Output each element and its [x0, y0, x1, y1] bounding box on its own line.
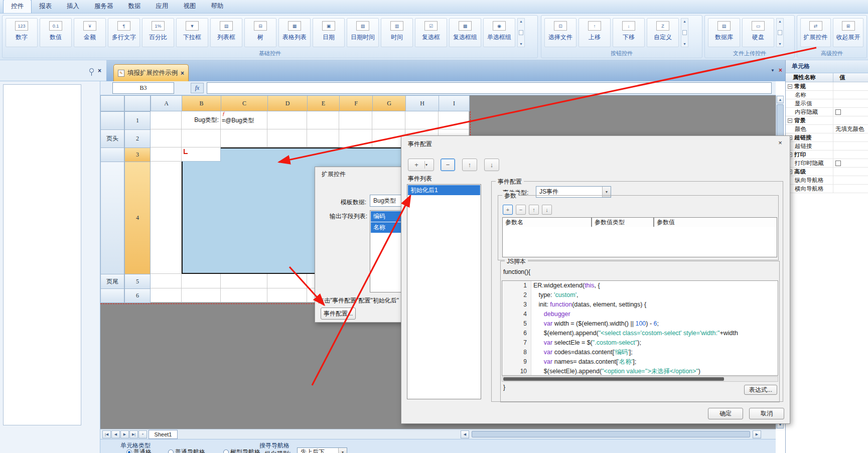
- property-row-背景[interactable]: −背景: [786, 116, 868, 125]
- vertical-rule-select[interactable]: 先上后下 ▼: [297, 447, 347, 453]
- param-table-body[interactable]: [502, 227, 777, 257]
- scroll-thumb[interactable]: [519, 30, 523, 35]
- close-icon[interactable]: ×: [776, 139, 785, 147]
- cell-type-option-树型导航格[interactable]: 树型导航格: [223, 448, 260, 453]
- property-row-颜色[interactable]: 颜色无填充颜色: [786, 125, 868, 133]
- cell-B6[interactable]: [182, 288, 221, 303]
- code-line[interactable]: 8 var codes=datas.content['编码'];: [502, 348, 778, 357]
- cell-G1[interactable]: [372, 111, 405, 129]
- ok-button[interactable]: 确定: [708, 408, 743, 419]
- code-line[interactable]: 5 var width = ($(element).width() || 100…: [502, 319, 778, 329]
- cell-D2[interactable]: [267, 129, 307, 147]
- row-header-6[interactable]: 6: [124, 288, 151, 303]
- cell-A1[interactable]: [151, 111, 182, 129]
- tab-strip-close-icon[interactable]: ×: [779, 67, 782, 73]
- property-row-超链接[interactable]: 超链接: [786, 142, 868, 150]
- column-header-G[interactable]: G: [372, 95, 406, 111]
- cell-D5[interactable]: [267, 274, 307, 288]
- move-event-up-button[interactable]: ↑: [462, 159, 477, 171]
- code-scroll-thumb[interactable]: [503, 377, 724, 381]
- scroll-up-icon[interactable]: ▲: [519, 20, 523, 23]
- cancel-button[interactable]: 取消: [749, 408, 784, 419]
- property-row-内容隐藏[interactable]: 内容隐藏: [786, 108, 868, 116]
- cell-D6[interactable]: [267, 288, 307, 303]
- cell-B2[interactable]: [182, 129, 221, 147]
- ribbon-button-自定义[interactable]: Z自定义: [647, 18, 679, 47]
- cell-C5[interactable]: [221, 274, 267, 288]
- code-horizontal-scrollbar[interactable]: [502, 376, 778, 382]
- code-line[interactable]: 6 $(element).append("<select class='cost…: [502, 329, 778, 338]
- event-config-button[interactable]: 事件配置...: [321, 308, 356, 320]
- menu-tab-帮助[interactable]: 帮助: [204, 0, 231, 13]
- scroll-up-icon[interactable]: ▲: [683, 20, 686, 23]
- formula-input[interactable]: [207, 82, 772, 94]
- property-value[interactable]: 无填充颜色: [833, 125, 868, 133]
- remove-event-button[interactable]: −: [441, 159, 455, 171]
- property-row-高级[interactable]: −高级: [786, 168, 868, 176]
- scroll-down-icon[interactable]: ▼: [778, 42, 782, 46]
- ribbon-button-日期时间[interactable]: ▧日期时间: [347, 18, 379, 47]
- cell-I1[interactable]: [439, 111, 469, 129]
- column-header-E[interactable]: E: [307, 95, 340, 111]
- ribbon-button-收起展开[interactable]: ⊞收起展开: [833, 18, 863, 47]
- js-code-editor[interactable]: 1ER.widget.extend(this, {2 type: 'custom…: [502, 280, 778, 376]
- scroll-up-icon[interactable]: ▲: [778, 20, 782, 23]
- property-value[interactable]: [833, 109, 868, 115]
- fx-formula-icon[interactable]: fx: [191, 83, 204, 93]
- row-header-1[interactable]: 1: [124, 111, 151, 130]
- menu-tab-报表[interactable]: 报表: [32, 0, 59, 13]
- left-panel-close-icon[interactable]: ×: [98, 68, 101, 74]
- group-collapse-icon[interactable]: −: [788, 84, 792, 89]
- cell-A2[interactable]: [151, 129, 182, 147]
- ribbon-button-上移[interactable]: ↑上移: [578, 18, 611, 47]
- scroll-down-icon[interactable]: ▼: [519, 42, 523, 46]
- menu-tab-控件[interactable]: 控件: [3, 0, 32, 13]
- radio-unselected-icon[interactable]: [223, 449, 229, 453]
- code-line[interactable]: 10 $(selectEle).append("<option value=''…: [502, 367, 778, 376]
- ribbon-button-时间[interactable]: ▥时间: [381, 18, 413, 47]
- cell-D1[interactable]: [267, 111, 307, 129]
- radio-selected-icon[interactable]: [126, 449, 132, 453]
- ribbon-button-复选框[interactable]: ☑复选框: [415, 18, 447, 47]
- ribbon-button-树[interactable]: ⊟树: [244, 18, 276, 47]
- move-param-down-button[interactable]: ↓: [542, 205, 552, 215]
- property-row-名称[interactable]: 名称: [786, 91, 868, 99]
- code-line[interactable]: 3 init: function(datas, element, setting…: [502, 300, 778, 310]
- property-row-打印[interactable]: −打印: [786, 150, 868, 159]
- column-header-A[interactable]: A: [151, 95, 182, 111]
- remove-param-button[interactable]: −: [516, 205, 526, 215]
- ribbon-button-下移[interactable]: ↓下移: [613, 18, 645, 47]
- ribbon-group-scrollbar[interactable]: ▲▼: [681, 18, 688, 47]
- group-collapse-icon[interactable]: −: [788, 118, 792, 123]
- cell-reference-box[interactable]: B3: [112, 82, 174, 94]
- property-row-常规[interactable]: −常规: [786, 82, 868, 91]
- property-row-纵向导航格[interactable]: 纵向导航格: [786, 176, 868, 185]
- scroll-thumb[interactable]: [778, 30, 782, 35]
- property-row-超链接[interactable]: −超链接: [786, 133, 868, 142]
- ribbon-button-复选框组[interactable]: ▩复选框组: [449, 18, 481, 47]
- ribbon-group-scrollbar[interactable]: ▲▼: [776, 18, 784, 47]
- cell-B5[interactable]: [182, 274, 221, 288]
- ribbon-button-表格列表[interactable]: ▦表格列表: [278, 18, 311, 47]
- property-value[interactable]: [833, 161, 868, 166]
- menu-tab-服务器[interactable]: 服务器: [87, 0, 121, 13]
- ribbon-button-多行文字[interactable]: ¶多行文字: [108, 18, 140, 47]
- scroll-right-icon[interactable]: ▶: [753, 430, 761, 438]
- checkbox-unchecked[interactable]: [835, 161, 841, 166]
- property-row-打印时隐藏[interactable]: 打印时隐藏: [786, 159, 868, 168]
- radio-unselected-icon[interactable]: [168, 449, 174, 453]
- column-header-I[interactable]: I: [439, 95, 470, 111]
- sheet-add-icon[interactable]: +: [138, 430, 147, 438]
- cell-C6[interactable]: [221, 288, 267, 303]
- cell-F2[interactable]: [339, 129, 372, 147]
- tab-close-icon[interactable]: ×: [181, 70, 184, 76]
- document-tab[interactable]: ✎ 填报扩展控件示例 ×: [113, 64, 189, 81]
- cell-c1-formula[interactable]: =@Bug类型: [222, 116, 254, 125]
- cell-H1[interactable]: [405, 111, 439, 129]
- cell-A3[interactable]: [151, 147, 182, 162]
- ribbon-button-日期[interactable]: ▣日期: [313, 18, 345, 47]
- column-header-C[interactable]: C: [221, 95, 268, 111]
- column-header-D[interactable]: D: [267, 95, 308, 111]
- ribbon-button-数据库[interactable]: ▤数据库: [708, 18, 740, 47]
- add-event-button[interactable]: + ▼: [408, 159, 434, 171]
